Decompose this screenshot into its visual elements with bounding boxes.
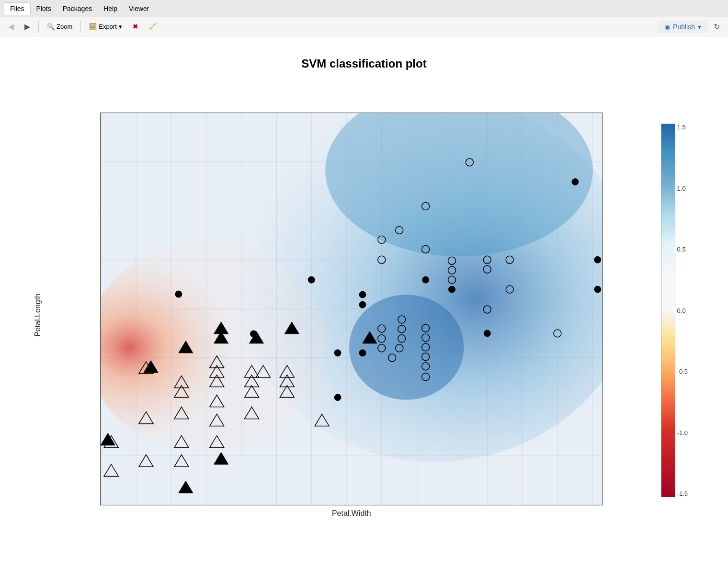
legend-value-1-0: 1.0 [677,185,686,192]
svg-point-106 [572,179,579,185]
svg-point-100 [422,276,429,283]
legend-value-1-5: 1.5 [677,124,686,131]
publish-icon: ◉ [664,23,670,31]
svg-point-97 [359,350,366,356]
legend-bar [661,124,675,497]
svg-point-93 [250,331,257,337]
svg-point-98 [359,301,366,308]
forward-button[interactable]: ▶ [20,20,34,34]
plot-title: SVM classification plot [301,57,426,70]
svg-point-94 [308,276,315,283]
legend-value-neg-1-0: -1.0 [677,429,688,436]
legend-tick-neg-1-0: -1.0 [677,429,688,436]
separator-2 [80,21,81,33]
legend-ticks: 1.5 1.0 0.5 0.0 -0.5 [675,124,690,497]
menu-bar: Files Plots Packages Help Viewer [0,0,728,17]
plot-body: Petal.Length [29,75,699,555]
chart-svg: 1.0 1.2 1.4 1.6 1.8 2.0 2.2 2.4 3 4 [101,113,603,505]
separator-1 [38,21,39,33]
export-arrow: ▾ [119,23,122,30]
cancel-icon: ✖ [133,23,138,30]
export-label: Export [99,23,117,30]
svg-point-104 [594,256,601,263]
legend-value-neg-1-5: -1.5 [677,490,688,497]
toolbar: ◀ ▶ 🔍 Zoom 🖼️ Export ▾ ✖ 🧹 ◉ Publish ▾ ↻ [0,17,728,36]
publish-label: Publish [673,23,695,31]
svg-point-4 [349,295,464,400]
export-icon: 🖼️ [89,23,97,30]
svg-point-101 [448,286,455,293]
broom-icon: 🧹 [148,23,156,30]
main-content: SVM classification plot Petal.Length [0,36,728,571]
legend-tick-neg-0-5: -0.5 [677,368,688,375]
svg-point-96 [334,350,341,356]
export-button[interactable]: 🖼️ Export ▾ [85,21,126,33]
legend-bar-container: 1.5 1.0 0.5 0.0 -0.5 [661,124,690,497]
legend-value-0-5: 0.5 [677,246,686,253]
legend-tick-0-5: 0.5 [677,246,688,253]
svg-point-102 [484,330,490,337]
y-axis-label: Petal.Length [34,294,42,337]
zoom-icon: 🔍 [47,23,55,30]
svg-point-99 [359,291,366,298]
publish-button[interactable]: ◉ Publish ▾ [658,21,707,33]
x-axis-label: Petal.Width [332,509,371,518]
legend-tick-0-0: 0.0 [677,307,688,314]
refresh-button[interactable]: ↻ [709,20,724,34]
legend-value-neg-0-5: -0.5 [677,368,688,375]
svg-point-95 [334,394,341,401]
menu-plots[interactable]: Plots [31,3,57,14]
zoom-label: Zoom [57,23,72,30]
legend-tick-1-0: 1.0 [677,185,688,192]
zoom-button[interactable]: 🔍 Zoom [43,21,77,33]
legend-tick-neg-1-5: -1.5 [677,490,688,497]
chart-area: 1.0 1.2 1.4 1.6 1.8 2.0 2.2 2.4 3 4 [100,113,603,505]
plot-container: SVM classification plot Petal.Length [29,52,699,555]
legend-value-0-0: 0.0 [677,307,686,314]
color-legend: 1.5 1.0 0.5 0.0 -0.5 [661,119,690,512]
clear-plot-button[interactable]: ✖ [128,21,142,33]
menu-viewer[interactable]: Viewer [123,3,155,14]
chart-and-xaxis: 1.0 1.2 1.4 1.6 1.8 2.0 2.2 2.4 3 4 [52,113,651,518]
svg-point-103 [175,291,182,297]
broom-button[interactable]: 🧹 [144,21,160,33]
back-button[interactable]: ◀ [4,20,18,34]
menu-files[interactable]: Files [4,2,31,15]
svg-point-105 [594,286,601,293]
legend-tick-1-5: 1.5 [677,124,688,131]
publish-arrow: ▾ [698,23,701,31]
menu-packages[interactable]: Packages [57,3,98,14]
menu-help[interactable]: Help [98,3,123,14]
